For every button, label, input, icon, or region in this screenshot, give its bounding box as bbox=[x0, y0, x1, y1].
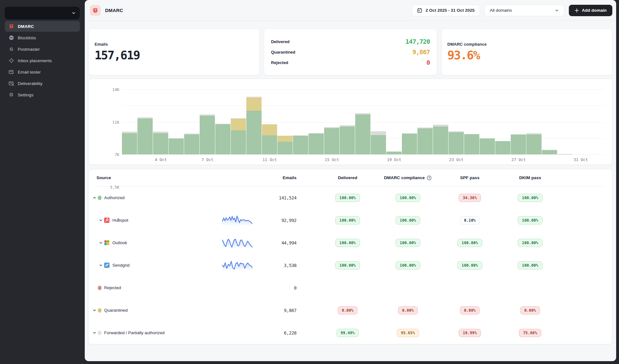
envelope-arrow-icon bbox=[9, 81, 14, 86]
bar-14-oct[interactable] bbox=[309, 133, 324, 154]
bar-20-oct[interactable] bbox=[402, 133, 417, 154]
shield-icon bbox=[9, 24, 14, 29]
sidebar-item-label: DMARC bbox=[18, 24, 34, 29]
sparkline-chart bbox=[222, 215, 252, 226]
sidebar-item-email-tester[interactable]: Email tester bbox=[5, 67, 80, 77]
breakdown-label: Quarantined bbox=[271, 50, 296, 55]
bar-16-oct[interactable] bbox=[340, 125, 355, 154]
bar-10-oct[interactable] bbox=[246, 97, 262, 154]
dkim-badge: 75.66% bbox=[519, 329, 541, 337]
table-row-rejected[interactable]: Rejected0 bbox=[97, 276, 604, 299]
sidebar-item-inbox-placements[interactable]: Inbox placements bbox=[5, 55, 80, 66]
domain-filter-select[interactable]: All domains bbox=[484, 5, 564, 16]
sidebar-item-postmaster[interactable]: GPostmaster bbox=[5, 44, 80, 55]
spf-badge: 0.00% bbox=[460, 306, 480, 315]
breakdown-label: Delivered bbox=[271, 39, 290, 44]
bar-15-oct[interactable] bbox=[324, 127, 339, 154]
bar-segment-delivered bbox=[386, 152, 402, 154]
bar-19-oct[interactable] bbox=[386, 152, 402, 154]
date-range-picker[interactable]: 2 Oct 2025 - 31 Oct 2025 bbox=[412, 5, 480, 16]
x-axis-label: 15 Oct bbox=[325, 157, 339, 162]
chevron-down-icon bbox=[71, 11, 76, 15]
sidebar-item-blocklists[interactable]: Blocklists bbox=[5, 32, 80, 43]
sidebar-item-label: Postmaster bbox=[18, 47, 40, 52]
bar-segment-quarantined bbox=[277, 136, 293, 142]
bar-8-oct[interactable] bbox=[215, 124, 230, 154]
bar-segment-delivered bbox=[309, 133, 324, 154]
bar-17-oct[interactable] bbox=[355, 113, 370, 154]
bar-21-oct[interactable] bbox=[417, 127, 433, 154]
col-emails: Emails bbox=[257, 175, 305, 180]
table-row-sendgrid[interactable]: Sendgrid3,538100.00%100.00%100.00%100.00… bbox=[97, 254, 604, 276]
page-title: DMARC bbox=[105, 8, 123, 13]
bar-12-oct[interactable] bbox=[277, 136, 293, 154]
bar-29-oct[interactable] bbox=[542, 150, 557, 154]
status-dot bbox=[98, 286, 102, 290]
bar-segment-delivered bbox=[464, 134, 479, 154]
bar-3-oct[interactable] bbox=[137, 117, 153, 154]
bar-26-oct[interactable] bbox=[495, 141, 510, 154]
help-icon[interactable]: ? bbox=[427, 175, 432, 180]
col-spf: SPF pass bbox=[438, 175, 502, 180]
bar-22-oct[interactable] bbox=[433, 125, 448, 154]
gridline: 0 bbox=[122, 154, 604, 155]
bar-segment-delivered bbox=[122, 133, 137, 154]
breakdown-label: Rejected bbox=[271, 60, 288, 65]
source-name: Authorized bbox=[104, 195, 125, 200]
bar-4-oct[interactable] bbox=[153, 132, 168, 154]
table-row-forwarded-partially-authorized[interactable]: Forwarded / Partially authorized6,22899.… bbox=[97, 322, 604, 344]
envelope-check-icon bbox=[9, 69, 14, 75]
bar-segment-delivered bbox=[511, 134, 526, 154]
sidebar-item-settings[interactable]: ⚙Settings bbox=[5, 89, 80, 100]
bar-segment-delivered bbox=[169, 139, 184, 154]
bar-9-oct[interactable] bbox=[231, 118, 246, 154]
bar-5-oct[interactable] bbox=[169, 138, 184, 154]
bar-segment-delivered bbox=[433, 127, 448, 154]
emails-value: 9,867 bbox=[257, 308, 305, 313]
svg-text:?: ? bbox=[429, 176, 430, 179]
dmarc-badge: 100.00% bbox=[396, 194, 420, 202]
table-row-quarantined[interactable]: Quarantined9,8670.00%0.00%0.00%0.00% bbox=[97, 299, 604, 322]
sidebar-item-label: Email tester bbox=[18, 70, 41, 75]
bar-23-oct[interactable] bbox=[449, 131, 464, 154]
sidebar: DMARCBlocklistsGPostmasterInbox placemen… bbox=[0, 0, 85, 364]
bar-11-oct[interactable] bbox=[262, 124, 277, 154]
sidebar-item-deliverability[interactable]: Deliverability bbox=[5, 78, 80, 89]
bar-segment-delivered bbox=[215, 124, 230, 154]
bar-28-oct[interactable] bbox=[526, 133, 542, 154]
delivered-badge: 100.00% bbox=[335, 216, 360, 224]
sidebar-item-dmarc[interactable]: DMARC bbox=[5, 21, 80, 32]
bar-30-oct[interactable] bbox=[557, 154, 573, 154]
add-domain-button[interactable]: Add domain bbox=[569, 5, 612, 16]
sidebar-item-label: Deliverability bbox=[18, 81, 43, 86]
bar-13-oct[interactable] bbox=[293, 135, 308, 154]
chevron-down-icon bbox=[99, 263, 103, 267]
bar-segment-delivered bbox=[137, 119, 153, 154]
emails-value: 92,992 bbox=[257, 218, 305, 223]
x-axis-label: 27 Oct bbox=[511, 157, 526, 162]
dmarc-shield-icon bbox=[90, 5, 101, 16]
bar-25-oct[interactable] bbox=[480, 138, 495, 154]
spf-badge: 34.36% bbox=[459, 194, 481, 202]
domain-filter-value: All domains bbox=[490, 8, 512, 13]
calendar-icon bbox=[417, 8, 422, 13]
emails-total-card: Emails 157,619 bbox=[89, 29, 260, 75]
gear-icon: ⚙ bbox=[9, 92, 14, 98]
table-row-hubspot[interactable]: Hubspot92,992100.00%100.00%0.10%100.00% bbox=[97, 209, 604, 231]
dkim-badge: 0.00% bbox=[520, 306, 540, 315]
bar-7-oct[interactable] bbox=[200, 114, 215, 154]
bar-27-oct[interactable] bbox=[511, 134, 526, 154]
table-row-authorized[interactable]: Authorized141,524100.00%100.00%34.36%100… bbox=[97, 186, 604, 209]
chevron-down-icon bbox=[92, 331, 97, 335]
bar-6-oct[interactable] bbox=[184, 133, 199, 154]
bar-2-oct[interactable] bbox=[122, 132, 137, 154]
bar-18-oct[interactable] bbox=[371, 131, 386, 154]
bar-segment-delivered bbox=[371, 135, 386, 155]
source-name: Hubspot bbox=[112, 218, 128, 223]
table-row-outlook[interactable]: Outlook44,994100.00%100.00%100.00%100.00… bbox=[97, 231, 604, 254]
bar-segment-delivered bbox=[246, 111, 262, 154]
chevron-down-icon bbox=[99, 241, 103, 245]
volume-chart-plot: 03.5K7K11K14K4 Oct7 Oct11 Oct15 Oct19 Oc… bbox=[122, 89, 604, 154]
bar-24-oct[interactable] bbox=[464, 134, 479, 154]
workspace-selector[interactable] bbox=[5, 7, 80, 19]
